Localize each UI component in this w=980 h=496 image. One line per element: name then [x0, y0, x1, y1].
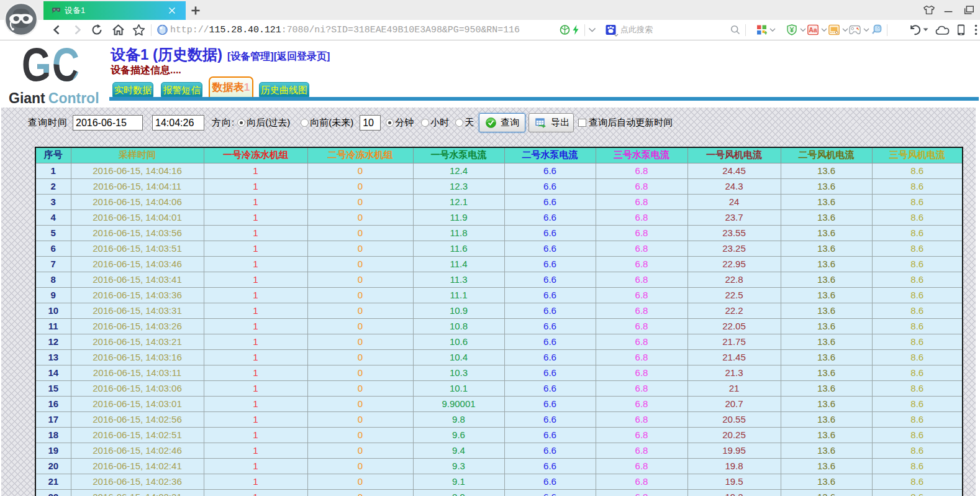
url-bar[interactable]: http://115.28.40.121:7080/ni?SID=318EAE4… — [170, 20, 520, 40]
table-cell: 0 — [307, 225, 413, 241]
unit-option-2[interactable]: 小时 — [420, 117, 449, 129]
direction-option-2[interactable]: 向前(未来) — [299, 117, 353, 129]
query-amount-input[interactable] — [360, 115, 381, 131]
search-button[interactable]: 查询 — [479, 113, 525, 132]
table-cell: 6.6 — [504, 303, 596, 318]
table-cell: 13.6 — [781, 194, 872, 209]
table-cell: 9.3 — [413, 458, 504, 474]
table-cell: 6.6 — [504, 427, 596, 443]
direction-option-1[interactable]: 向后(过去) — [236, 117, 290, 129]
table-cell: 8.6 — [872, 209, 963, 225]
tab-close-icon[interactable] — [168, 7, 176, 14]
unit-option-1[interactable]: 分钟 — [384, 117, 414, 129]
table-cell: 8.9 — [413, 489, 504, 496]
table-cell: 1 — [204, 287, 307, 303]
chevron-down-icon[interactable] — [588, 27, 596, 32]
browser-mascot-logo[interactable] — [4, 2, 39, 37]
table-cell: 1 — [204, 411, 307, 427]
table-cell: 13.6 — [781, 178, 872, 194]
radio-checked-icon[interactable] — [386, 119, 394, 127]
menu-dots-icon[interactable] — [974, 24, 978, 36]
undo-icon[interactable] — [909, 24, 920, 35]
export-button[interactable]: 导出 — [529, 113, 574, 132]
table-cell: 6.6 — [504, 334, 596, 349]
web-page: GGCC GiantControl 设备1 (历史数据)[设备管理][返回登录页… — [0, 41, 980, 496]
table-cell: 13.6 — [781, 458, 872, 474]
refresh-icon[interactable] — [91, 24, 103, 36]
table-cell: 10.9 — [413, 303, 504, 318]
screenshot-shutter-icon[interactable] — [560, 25, 570, 35]
page-tab-1[interactable]: 实时数据 — [112, 82, 153, 97]
minimize-icon[interactable] — [942, 4, 955, 16]
table-cell: 13.6 — [781, 427, 872, 443]
new-tab-button[interactable] — [190, 5, 201, 16]
gamepad-icon[interactable] — [849, 25, 861, 35]
query-time-input[interactable] — [152, 115, 204, 131]
search-input[interactable]: 点此搜索 — [620, 20, 653, 40]
chevron-down-icon[interactable] — [800, 28, 806, 32]
magnifier-blue-icon[interactable] — [871, 24, 882, 35]
page-tab-3[interactable]: 数据表1 — [209, 76, 253, 97]
table-row: 122016-06-15, 14:03:211010.66.66.821.751… — [35, 334, 963, 349]
table-cell: 7 — [35, 256, 71, 272]
table-row: 102016-06-15, 14:03:311010.96.66.822.213… — [35, 303, 963, 318]
table-row: 72016-06-15, 14:03:461011.46.66.822.9513… — [35, 256, 963, 272]
table-cell: 8.6 — [872, 163, 963, 178]
cloud-icon[interactable] — [935, 25, 950, 35]
favorite-star-icon[interactable] — [132, 24, 145, 36]
page-tab-4[interactable]: 历史曲线图 — [259, 82, 309, 97]
money-shield-icon[interactable] — [787, 24, 797, 35]
auto-update-checkbox[interactable] — [578, 119, 586, 127]
table-cell: 22.8 — [687, 272, 781, 287]
search-icon[interactable] — [730, 25, 740, 35]
forward-icon[interactable] — [72, 25, 83, 35]
query-date-input[interactable] — [73, 115, 143, 131]
table-cell: 13.6 — [781, 411, 872, 427]
translate-icon[interactable]: Aa — [807, 25, 819, 35]
radio-unchecked-icon[interactable] — [421, 119, 429, 127]
back-icon[interactable] — [52, 25, 62, 35]
table-row: 142016-06-15, 14:03:111010.36.66.821.313… — [35, 365, 963, 380]
table-cell: 11.4 — [413, 256, 504, 272]
table-cell: 6.6 — [504, 318, 596, 334]
coupon-clipper-icon[interactable] — [828, 25, 840, 35]
radio-unchecked-icon[interactable] — [301, 119, 309, 127]
radio-unchecked-icon[interactable] — [455, 119, 463, 127]
table-cell: 1 — [35, 163, 71, 178]
lightning-icon[interactable] — [572, 25, 579, 35]
header-links[interactable]: [设备管理][返回登录页] — [227, 51, 330, 62]
skin-theme-icon[interactable] — [923, 4, 935, 16]
tab-underline-bar — [109, 97, 979, 101]
undo-dropdown-icon[interactable] — [923, 28, 928, 32]
unit-option-3[interactable]: 天 — [454, 117, 474, 129]
browser-tab[interactable]: 设备1 — [43, 1, 186, 20]
table-cell: 13.6 — [781, 443, 872, 458]
table-row: 202016-06-15, 14:02:41109.36.66.819.813.… — [35, 458, 963, 474]
export-button-label: 导出 — [551, 117, 569, 129]
column-header-9: 二号风机电流 — [781, 147, 872, 163]
table-row: 22016-06-15, 14:04:111012.36.66.824.313.… — [35, 178, 963, 194]
chevron-down-icon[interactable] — [769, 28, 776, 32]
page-tab-2[interactable]: 报警短信 — [161, 82, 202, 97]
table-cell: 0 — [307, 256, 413, 272]
table-cell: 10.4 — [413, 349, 504, 365]
table-cell: 1 — [204, 178, 307, 194]
phone-icon[interactable] — [957, 24, 965, 36]
home-icon[interactable] — [112, 24, 125, 36]
table-cell: 6.8 — [596, 396, 687, 411]
table-cell: 24.45 — [687, 163, 781, 178]
logo-word-giant: Giant — [9, 90, 45, 106]
chevron-down-icon[interactable] — [614, 34, 619, 37]
chevron-down-icon[interactable] — [863, 28, 869, 32]
apps-grid-icon[interactable] — [756, 25, 767, 35]
table-cell: 2016-06-15, 14:03:51 — [71, 241, 204, 256]
device-description: 设备描述信息.... — [111, 64, 181, 77]
chevron-down-icon[interactable] — [821, 28, 827, 32]
chevron-down-icon[interactable] — [842, 28, 848, 32]
table-cell: 13.6 — [781, 380, 872, 396]
table-row: 152016-06-15, 14:03:061010.16.66.82113.6… — [35, 380, 963, 396]
table-cell: 6.6 — [504, 241, 596, 256]
restore-icon[interactable] — [963, 4, 975, 16]
table-row: 82016-06-15, 14:03:411011.36.66.822.813.… — [35, 272, 963, 287]
radio-checked-icon[interactable] — [237, 119, 245, 127]
